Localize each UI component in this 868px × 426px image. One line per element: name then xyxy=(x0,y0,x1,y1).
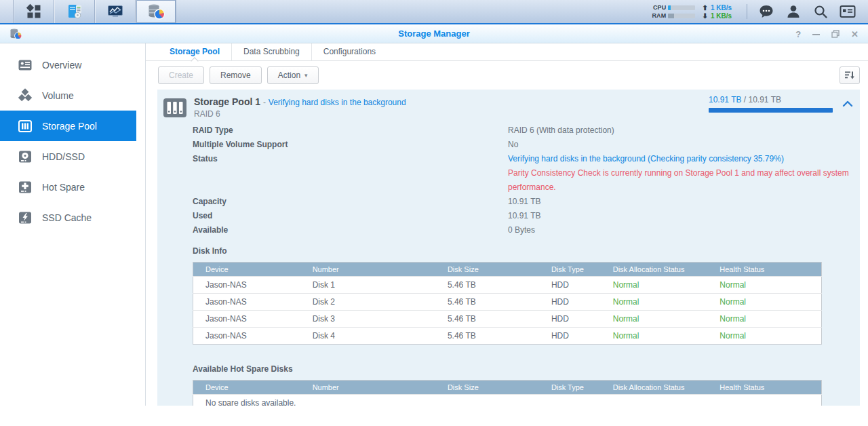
tray-divider xyxy=(747,4,747,19)
disk-row[interactable]: Jason-NASDisk 45.46 TBHDDNormalNormal xyxy=(193,328,822,345)
main-menu-button[interactable] xyxy=(14,0,54,23)
storage-manager-button[interactable] xyxy=(136,0,176,23)
cpu-label: CPU xyxy=(648,4,666,11)
user-icon xyxy=(786,4,801,19)
control-panel-button[interactable] xyxy=(54,0,95,23)
pool-inline-status: Verifying hard disks in the background xyxy=(269,98,406,107)
sort-icon xyxy=(844,71,855,80)
search-icon xyxy=(813,4,828,19)
cell: Normal xyxy=(613,294,720,311)
cell: Normal xyxy=(719,294,821,311)
sidebar: Overview Volume xyxy=(0,43,146,406)
hot-spare-empty-row: No spare disks available. xyxy=(193,395,822,406)
tab-data-scrubbing[interactable]: Data Scrubbing xyxy=(231,43,311,60)
resource-monitor-button[interactable] xyxy=(95,0,136,23)
pool-header[interactable]: Storage Pool 1 - Verifying hard disks in… xyxy=(157,90,860,119)
minimize-button[interactable] xyxy=(812,31,820,38)
cell: 5.46 TB xyxy=(448,328,551,345)
hot-spare-title: Available Hot Spare Disks xyxy=(193,362,860,376)
user-menu-button[interactable] xyxy=(780,0,807,23)
sidebar-item-volume[interactable]: Volume xyxy=(0,80,136,111)
disk-row[interactable]: Jason-NASDisk 25.46 TBHDDNormalNormal xyxy=(193,294,822,311)
taskbar: CPU RAM ⬆ 1 KB/s ⬇ 1 KB/s xyxy=(0,0,868,24)
column-header[interactable]: Disk Size xyxy=(448,263,551,277)
sidebar-item-label: Storage Pool xyxy=(42,121,97,132)
available-value: 0 Bytes xyxy=(508,223,535,237)
status-label: Status xyxy=(193,152,508,195)
window-title: Storage Manager xyxy=(0,24,868,43)
column-header[interactable]: Disk Type xyxy=(551,381,613,395)
disk-row[interactable]: Jason-NASDisk 15.46 TBHDDNormalNormal xyxy=(193,277,822,294)
notifications-button[interactable] xyxy=(753,0,780,23)
action-button[interactable]: Action ▾ xyxy=(267,66,319,84)
remove-button[interactable]: Remove xyxy=(210,66,262,84)
sidebar-item-hdd-ssd[interactable]: HDD/SSD xyxy=(0,141,136,172)
hot-spare-icon xyxy=(18,180,33,195)
used-value: 10.91 TB xyxy=(508,209,540,223)
network-speed: ⬆ 1 KB/s ⬇ 1 KB/s xyxy=(702,4,732,20)
toolbar: Create Remove Action ▾ xyxy=(146,61,868,90)
storage-manager-icon xyxy=(146,2,165,21)
column-header[interactable]: Number xyxy=(313,263,448,277)
maximize-icon xyxy=(831,30,840,38)
disk-info-header-row: DeviceNumberDisk SizeDisk TypeDisk Alloc… xyxy=(193,263,822,277)
column-header[interactable]: Device xyxy=(193,263,313,277)
cell: Jason-NAS xyxy=(193,294,313,311)
multiple-volume-support-label: Multiple Volume Support xyxy=(193,138,508,152)
usage-separator: / xyxy=(744,95,746,104)
sidebar-item-hot-spare[interactable]: Hot Spare xyxy=(0,172,136,202)
widgets-button[interactable] xyxy=(834,0,861,23)
create-button[interactable]: Create xyxy=(158,66,204,84)
dash: - xyxy=(263,98,266,107)
storage-pool-panel: Storage Pool 1 - Verifying hard disks in… xyxy=(157,90,860,406)
cell: Normal xyxy=(613,311,720,328)
main-menu-icon xyxy=(26,3,42,20)
collapse-button[interactable] xyxy=(842,100,853,107)
column-header[interactable]: Disk Type xyxy=(551,263,613,277)
disk-row[interactable]: Jason-NASDisk 35.46 TBHDDNormalNormal xyxy=(193,311,822,328)
pool-details: RAID Type RAID 6 (With data protection) … xyxy=(157,123,860,237)
show-desktop-button[interactable] xyxy=(0,0,14,23)
column-header[interactable]: Disk Size xyxy=(448,381,551,395)
hot-spare-table: DeviceNumberDisk SizeDisk TypeDisk Alloc… xyxy=(193,380,822,406)
sidebar-item-label: SSD Cache xyxy=(42,212,92,223)
resource-monitor-icon xyxy=(106,3,124,20)
maximize-button[interactable] xyxy=(831,30,840,38)
cell: Jason-NAS xyxy=(193,328,313,345)
system-meter: CPU RAM xyxy=(648,4,695,19)
usage-used: 10.91 TB xyxy=(709,95,741,104)
column-header[interactable]: Disk Allocation Status xyxy=(613,263,720,277)
cell: 5.46 TB xyxy=(448,294,551,311)
window-titlebar[interactable]: Storage Manager ? ✕ xyxy=(0,24,868,43)
status-value: Verifying hard disks in the background (… xyxy=(508,152,850,166)
column-header[interactable]: Health Status xyxy=(719,381,821,395)
widgets-icon xyxy=(840,5,856,18)
multiple-volume-support-value: No xyxy=(508,138,518,152)
used-label: Used xyxy=(193,209,508,223)
help-button[interactable]: ? xyxy=(795,30,801,39)
window-controls: ? ✕ xyxy=(795,24,859,43)
cell: HDD xyxy=(551,328,613,345)
column-header[interactable]: Health Status xyxy=(719,263,821,277)
sidebar-item-ssd-cache[interactable]: SSD Cache xyxy=(0,202,136,233)
cpu-meter xyxy=(668,5,695,10)
cell: 5.46 TB xyxy=(448,311,551,328)
column-header[interactable]: Disk Allocation Status xyxy=(613,381,720,395)
storage-manager-window: Storage Manager ? ✕ xyxy=(0,24,868,426)
tab-storage-pool[interactable]: Storage Pool xyxy=(158,43,231,60)
sidebar-item-storage-pool[interactable]: Storage Pool xyxy=(0,111,136,141)
close-button[interactable]: ✕ xyxy=(851,30,859,39)
tab-configurations[interactable]: Configurations xyxy=(311,43,387,60)
column-header[interactable]: Device xyxy=(193,381,313,395)
control-panel-icon xyxy=(66,3,83,20)
search-button[interactable] xyxy=(807,0,834,23)
sidebar-item-label: HDD/SSD xyxy=(42,151,85,162)
screen: CPU RAM ⬆ 1 KB/s ⬇ 1 KB/s xyxy=(0,0,868,426)
sidebar-item-overview[interactable]: Overview xyxy=(0,50,136,80)
sidebar-item-label: Volume xyxy=(42,90,74,101)
cell: HDD xyxy=(551,311,613,328)
sort-button[interactable] xyxy=(840,66,860,84)
column-header[interactable]: Number xyxy=(313,381,448,395)
cell: HDD xyxy=(551,277,613,294)
raid-type-label: RAID Type xyxy=(193,123,508,138)
